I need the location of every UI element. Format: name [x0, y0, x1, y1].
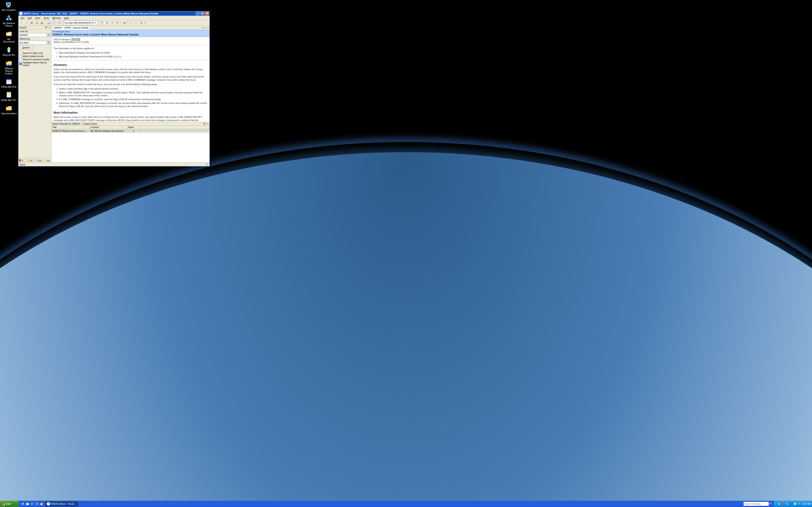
url-combo[interactable]: ▾ — [64, 21, 98, 25]
tab-next-icon[interactable]: ▸ — [204, 26, 206, 29]
desktop-icon-recycle-bin[interactable]: Recycle Bin — [1, 46, 16, 56]
maximize-button[interactable] — [200, 12, 204, 15]
desktop-icon-my-computer[interactable]: My Computer — [1, 1, 16, 11]
menu-window[interactable]: Window — [51, 16, 62, 20]
tray-icon-display[interactable] — [790, 502, 793, 506]
txt-icon — [5, 92, 12, 98]
svg-rect-37 — [141, 22, 142, 22]
col-location[interactable]: Location — [90, 126, 128, 129]
url-input[interactable] — [64, 21, 94, 24]
copy-button[interactable] — [134, 20, 139, 25]
opt-related-words[interactable]: Match related words — [19, 55, 50, 57]
refresh-button[interactable] — [35, 20, 39, 25]
document-header: Knowledge Base HOWTO: Remove Focus from … — [51, 30, 210, 37]
home-button[interactable] — [40, 20, 44, 25]
cut-button[interactable] — [129, 20, 134, 25]
close-icon[interactable]: ✕ — [48, 26, 50, 29]
svg-rect-46 — [790, 503, 792, 504]
svg-rect-12 — [7, 81, 11, 82]
nav-up-button[interactable] — [110, 20, 115, 25]
desktop-icon-spaceinvaders[interactable]: SpaceInvaders — [1, 105, 16, 115]
minimize-button[interactable] — [196, 12, 200, 15]
document-scroll-area[interactable]: PSS ID Number: Q66947 Article Last Modif… — [51, 37, 210, 122]
svg-rect-34 — [135, 22, 137, 23]
app-icon: ? — [19, 12, 22, 15]
toolbar-overflow[interactable]: ▾ — [144, 20, 147, 25]
new-window-button[interactable] — [100, 20, 104, 25]
pin-icon[interactable]: 📌 — [45, 26, 48, 29]
opt-previous-results[interactable]: Search in previous results — [19, 58, 50, 61]
results-row[interactable]: HOWTO: Remove Focus from a Control When … — [51, 129, 210, 133]
desktop-icon-network-places[interactable]: My Network Places — [1, 14, 16, 27]
opt-titles-only[interactable]: Search in titles only — [19, 52, 50, 54]
desktop-icon-krnl386-txt[interactable]: KRNL386.TXT — [1, 92, 16, 101]
desktop-icon-label: SpaceInvaders — [1, 112, 16, 115]
summary-para: If you do not want the control to retain… — [53, 83, 207, 86]
look-for-combo[interactable]: Q66947 ▾ — [19, 33, 50, 37]
menu-help[interactable]: Help — [63, 16, 70, 20]
print-button[interactable] — [139, 20, 144, 25]
resize-grip[interactable] — [205, 163, 208, 166]
col-rank[interactable]: Rank — [128, 126, 140, 129]
taskbar-app-msdn[interactable]: ? MSDN Library - Visual ... — [45, 501, 78, 506]
desktop-icon-label: My Computer — [2, 9, 16, 11]
font-size-button[interactable]: AA — [122, 20, 126, 25]
svg-rect-36 — [141, 22, 142, 24]
menu-view[interactable]: View — [34, 16, 42, 20]
start-button[interactable]: start — [0, 501, 19, 507]
tray-icon-volume[interactable] — [798, 502, 801, 506]
menu-edit[interactable]: Edit — [27, 16, 34, 20]
tab-close-icon[interactable]: ✕ — [207, 26, 209, 29]
ql-explorer[interactable] — [39, 501, 44, 506]
desktop-icon-vmware-shared[interactable]: VMware Shared Folders — [1, 60, 16, 75]
sync-contents-button[interactable] — [47, 20, 51, 25]
search-go-button[interactable]: 🔍 — [769, 502, 773, 506]
chevron-down-icon[interactable]: ▾ — [47, 41, 50, 44]
tray-icon-bin[interactable] — [777, 502, 781, 506]
toolbar: ▾ AA ▾ — [18, 20, 210, 25]
stop-button[interactable] — [30, 20, 34, 25]
menu-tools[interactable]: Tools — [42, 16, 51, 20]
tab-index[interactable]: 🔑In... — [27, 158, 35, 162]
svg-point-9 — [9, 64, 11, 66]
close-button[interactable] — [205, 12, 209, 15]
ql-outlook[interactable] — [26, 501, 30, 506]
ql-desktop[interactable] — [35, 501, 39, 506]
tray-expand-icon[interactable]: ‹ — [775, 503, 776, 505]
tray-icon-shield[interactable] — [781, 502, 785, 506]
svg-text:A: A — [124, 21, 126, 24]
desktop-search-input[interactable] — [744, 502, 769, 506]
nav-down-button[interactable] — [115, 20, 120, 25]
ql-media[interactable] — [30, 501, 34, 506]
menu-file[interactable]: File — [19, 16, 26, 20]
search-button[interactable]: Search — [19, 45, 33, 50]
summary-para: If you move the mouse into the client ar… — [53, 75, 207, 81]
desktop-icon-krnl386-exe[interactable]: KRNL386.EXE — [1, 78, 16, 88]
filtered-by-combo[interactable]: (no filter) ▾ — [19, 41, 50, 45]
pin-icon[interactable]: 📌 — [203, 122, 206, 125]
tab-contents[interactable]: 📕C... — [18, 158, 27, 162]
col-title[interactable]: Title — [51, 126, 90, 129]
desktop-icon-my-documents[interactable]: My Documents — [1, 31, 16, 43]
prev-topic-button[interactable] — [52, 20, 56, 25]
nav-forward-button[interactable] — [24, 20, 29, 25]
tray-icon-network[interactable] — [785, 502, 789, 506]
tab-prev-icon[interactable]: ◂ — [202, 26, 203, 29]
tab-search[interactable]: 🔍Se... — [35, 158, 43, 162]
tab-favorites[interactable]: ⭐Fa... — [43, 158, 51, 162]
chevron-down-icon[interactable]: ▾ — [47, 34, 50, 37]
tray-clock[interactable]: 9:21 AM — [802, 503, 811, 505]
document-tab[interactable]: Q66947 - HOWT...leased Outside — [52, 25, 91, 30]
chevron-down-icon[interactable]: ▾ — [94, 21, 97, 24]
ql-ie[interactable] — [21, 501, 25, 506]
nav-back-button[interactable] — [19, 20, 24, 25]
tray-icon-vmware[interactable] — [794, 502, 797, 506]
svg-rect-15 — [7, 92, 11, 93]
opt-highlight-hits[interactable]: Highlight search hits (in topics) — [19, 61, 50, 66]
close-icon[interactable]: ✕ — [207, 122, 209, 125]
titlebar[interactable]: ? MSDN Library - Visual Studio .NET 2003… — [18, 11, 210, 16]
applies-item: Microsoft Win32 Software Development Kit… — [59, 51, 207, 55]
svg-rect-7 — [7, 33, 10, 35]
sync-button[interactable] — [105, 20, 109, 25]
next-topic-button[interactable] — [57, 20, 61, 25]
